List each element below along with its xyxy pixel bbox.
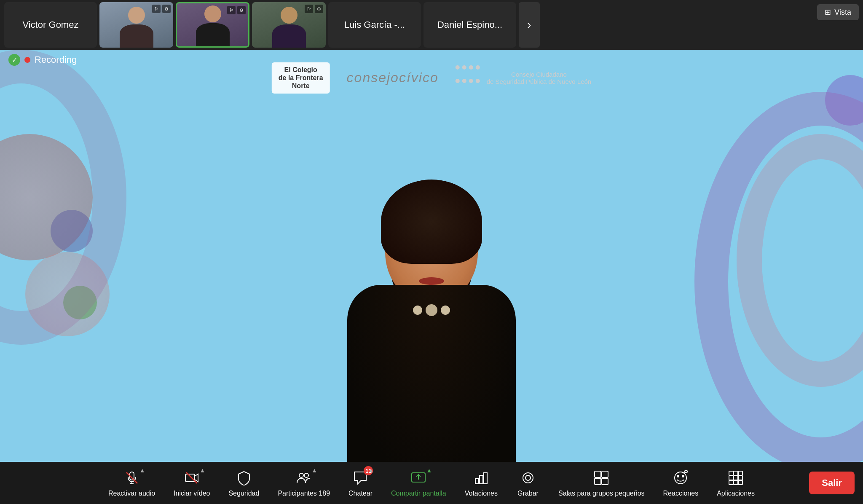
dot (456, 65, 460, 70)
toolbar-salas[interactable]: Salas para grupos pequeños (549, 469, 654, 497)
chart-icon (474, 470, 489, 485)
chat-caret[interactable]: ▲ (368, 467, 374, 474)
grabar-label: Grabar (517, 490, 539, 497)
svg-rect-9 (480, 475, 483, 484)
pearl (413, 306, 422, 315)
svg-rect-27 (729, 480, 733, 485)
grabar-icon-wrap (519, 469, 537, 487)
participant-victor[interactable]: Victor Gomez (4, 2, 97, 48)
participant-icons-2: 🏳 ⚙ (152, 5, 171, 13)
dot (476, 65, 480, 70)
svg-point-20 (685, 470, 687, 473)
share-caret[interactable]: ▲ (426, 467, 432, 474)
aplicaciones-icon-wrap (726, 469, 745, 487)
toolbar-participants[interactable]: ▲ Participantes 189 (268, 469, 339, 497)
check-icon: ✓ (8, 54, 20, 66)
chat-icon-wrap: 11 ▲ (351, 469, 370, 487)
toolbar-aplicaciones[interactable]: Aplicaciones (708, 469, 764, 497)
participant-p2[interactable]: 🏳 ⚙ (99, 2, 173, 48)
toolbar-audio[interactable]: ▲ Reactivar audio (99, 469, 164, 497)
participants-icon-wrap: ▲ (295, 469, 313, 487)
svg-point-12 (525, 475, 531, 480)
svg-point-5 (299, 473, 303, 477)
participant-luis[interactable]: Luis García -... (328, 2, 421, 48)
consejo-ciudadano-text: Consejo Ciudadanode Seguridad Pública de… (487, 71, 592, 85)
more-participants-button[interactable]: › (519, 2, 540, 48)
video-label: Iniciar vídeo (174, 490, 210, 497)
security-icon-wrap (235, 469, 253, 487)
vista-label: Vista (834, 8, 851, 17)
vista-button[interactable]: ⊞ Vista (817, 4, 859, 20)
dot (476, 79, 480, 83)
settings-icon: ⚙ (162, 5, 171, 13)
main-speaker-video (0, 50, 863, 462)
flag-icon: 🏳 (227, 6, 236, 14)
speaker-hair (381, 180, 482, 264)
flag-icon: 🏳 (305, 5, 313, 13)
participant-name-luis: Luis García -... (340, 19, 409, 30)
mic-off-icon (124, 470, 139, 485)
video-caret[interactable]: ▲ (199, 467, 205, 474)
svg-rect-25 (734, 476, 738, 480)
speaker-torso (347, 285, 516, 462)
svg-rect-29 (738, 480, 742, 485)
record-icon (520, 470, 536, 485)
speaker-body (314, 192, 549, 462)
participant-name-daniel: Daniel Espino... (433, 19, 507, 30)
salir-button[interactable]: Salir (809, 472, 855, 494)
share-screen-icon (411, 470, 426, 485)
apps-icon (728, 470, 743, 485)
toolbar-video[interactable]: ▲ Iniciar vídeo (164, 469, 219, 497)
participant-p4[interactable]: 🏳 ⚙ (252, 2, 326, 48)
share-icon-wrap: ▲ (409, 469, 428, 487)
toolbar-share[interactable]: ▲ Compartir pantalla (382, 469, 456, 497)
aplicaciones-label: Aplicaciones (717, 490, 755, 497)
toolbar-votaciones[interactable]: Votaciones (456, 469, 507, 497)
toolbar-chat[interactable]: 11 ▲ Chatear (339, 469, 382, 497)
svg-rect-10 (484, 473, 487, 484)
svg-rect-23 (738, 471, 742, 475)
svg-point-17 (675, 472, 686, 484)
svg-rect-16 (602, 478, 608, 485)
svg-rect-8 (475, 479, 479, 484)
svg-rect-13 (595, 471, 601, 477)
dot (469, 79, 473, 83)
toolbar-grabar[interactable]: Grabar (507, 469, 549, 497)
speaker-lips (419, 277, 444, 285)
audio-caret[interactable]: ▲ (139, 467, 145, 474)
svg-point-11 (523, 473, 533, 483)
participants-bar: Victor Gomez 🏳 ⚙ 🏳 ⚙ 🏳 ⚙ (0, 0, 863, 50)
shield-icon (236, 470, 252, 485)
toolbar-reacciones[interactable]: Reacciones (654, 469, 708, 497)
chat-label: Chatear (348, 490, 373, 497)
audio-icon-wrap: ▲ (123, 469, 141, 487)
pearl (441, 306, 450, 315)
svg-point-18 (677, 475, 679, 477)
people-icon (296, 470, 311, 485)
settings-icon: ⚙ (315, 5, 323, 13)
votaciones-icon-wrap (472, 469, 490, 487)
logo-colef: El Colegiode la FronteraNorte (272, 62, 330, 94)
grid-icon: ⊞ (825, 8, 831, 17)
rooms-icon (594, 470, 609, 485)
settings-icon: ⚙ (237, 6, 246, 14)
toolbar-security[interactable]: Seguridad (219, 469, 268, 497)
svg-rect-3 (185, 474, 195, 482)
recording-dot (24, 57, 30, 63)
salas-label: Salas para grupos pequeños (558, 490, 645, 497)
participants-caret[interactable]: ▲ (311, 467, 317, 474)
participant-daniel[interactable]: Daniel Espino... (423, 2, 516, 48)
logo-colef-text: El Colegiode la FronteraNorte (279, 66, 323, 90)
recording-indicator: ✓ Recording (8, 54, 77, 66)
emoji-icon (673, 470, 688, 485)
svg-rect-21 (729, 471, 733, 475)
participants-label: Participantes 189 (278, 490, 330, 497)
dot (469, 65, 473, 70)
svg-rect-22 (734, 471, 738, 475)
recording-label: Recording (35, 54, 77, 65)
svg-point-19 (682, 475, 684, 477)
person-head (204, 5, 221, 22)
participant-p3-active[interactable]: 🏳 ⚙ (176, 2, 249, 48)
svg-point-6 (304, 473, 308, 477)
person-body (272, 24, 306, 48)
